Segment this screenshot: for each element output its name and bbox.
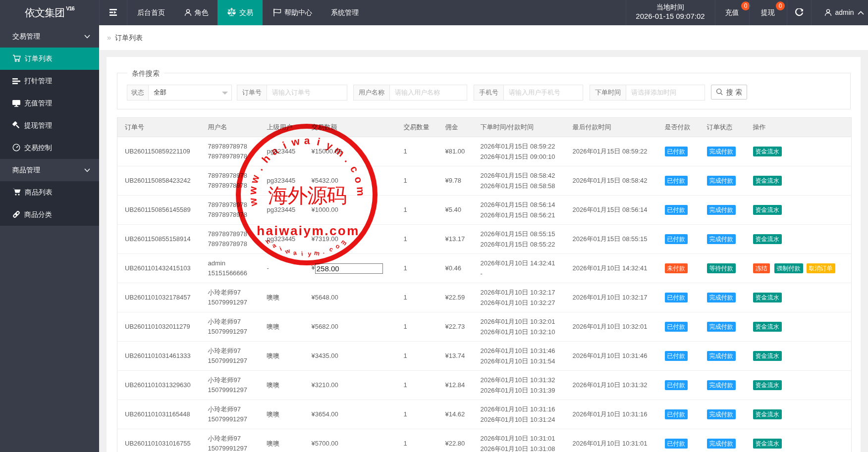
svg-text:o: o (353, 175, 366, 185)
svg-text:h: h (265, 238, 272, 246)
svg-text:w: w (290, 135, 301, 148)
svg-text:海外源码: 海外源码 (268, 184, 346, 207)
svg-text:h: h (260, 152, 272, 165)
svg-text:i: i (316, 136, 322, 148)
svg-text:i: i (301, 251, 303, 257)
svg-text:a: a (269, 145, 280, 157)
svg-text:haiwaiym.com: haiwaiym.com (257, 223, 360, 238)
svg-text:i: i (278, 245, 283, 252)
svg-text:.: . (254, 164, 265, 172)
svg-text:.: . (323, 248, 326, 255)
svg-text:.: . (343, 154, 353, 164)
svg-text:m: m (355, 186, 367, 196)
svg-text:w: w (247, 197, 259, 207)
svg-text:c: c (328, 246, 334, 253)
svg-text:m: m (314, 250, 320, 257)
svg-text:w: w (248, 173, 261, 185)
svg-text:m: m (332, 144, 347, 159)
svg-text:w: w (284, 247, 291, 255)
svg-text:y: y (308, 251, 312, 257)
svg-text:c: c (348, 164, 361, 174)
svg-text:y: y (325, 139, 335, 152)
svg-text:a: a (292, 249, 297, 256)
svg-text:a: a (271, 242, 278, 250)
svg-text:m: m (340, 238, 348, 247)
svg-text:i: i (281, 139, 288, 151)
svg-text:a: a (304, 135, 310, 146)
svg-text:w: w (247, 186, 259, 196)
